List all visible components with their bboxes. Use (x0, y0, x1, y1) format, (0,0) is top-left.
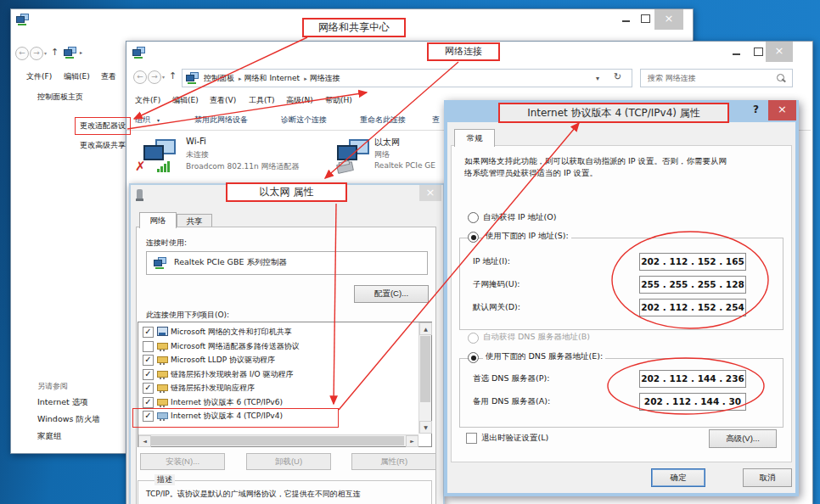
wifi-connection-tile[interactable]: ✗ Wi-Fi 未连接 Broadcom 802.11n 网络适配器 (135, 135, 330, 177)
scroll-right-icon[interactable]: ► (406, 435, 418, 447)
forward-button[interactable]: → (30, 47, 43, 60)
install-button[interactable]: 安装(N)... (140, 453, 225, 470)
minimize-button[interactable] (731, 46, 743, 58)
checkbox[interactable] (143, 341, 154, 352)
back-button[interactable]: ← (133, 70, 147, 84)
forward-button[interactable]: → (148, 70, 161, 84)
configure-button[interactable]: 配置(C)... (354, 285, 429, 303)
scroll-up-icon[interactable]: ▲ (419, 322, 432, 335)
up-button[interactable]: ↑ (51, 47, 59, 59)
menu-advanced[interactable]: 高级(N) (286, 95, 313, 106)
breadcrumb-network-internet[interactable]: 网络和 Internet (244, 74, 307, 82)
toolbar-rename[interactable]: 重命名此连接 (360, 115, 406, 126)
close-button[interactable]: × (766, 42, 793, 62)
sidebar-item-homegroup[interactable]: 家庭组 (37, 431, 62, 442)
menu-edit[interactable]: 编辑(E) (64, 71, 90, 82)
checkbox[interactable]: ✓ (143, 369, 154, 380)
breadcrumb-chevron-icon: ▸ (80, 49, 82, 55)
back-button[interactable]: ← (15, 47, 29, 60)
ok-button[interactable]: 确定 (651, 468, 705, 487)
search-input[interactable]: 搜索 网络连接 (648, 73, 696, 84)
radio-auto-dns[interactable] (468, 333, 479, 344)
default-gateway-field[interactable]: 202 . 112 . 152 . 254 (639, 299, 746, 316)
sidebar-item-home[interactable]: 控制面板主页 (37, 92, 83, 103)
horizontal-scrollbar[interactable]: ◄ ► (138, 434, 418, 446)
refresh-icon[interactable]: ↻ (614, 71, 621, 82)
menu-file[interactable]: 文件(F) (26, 71, 52, 82)
radio-manual-ip[interactable] (468, 232, 479, 243)
tab-network[interactable]: 网络 (139, 212, 177, 228)
list-item[interactable]: Microsoft 网络适配器多路传送器协议 (141, 339, 406, 354)
scrollbar-thumb[interactable] (151, 436, 404, 445)
radio-manual-dns[interactable] (468, 352, 479, 363)
checkbox[interactable]: ✓ (143, 355, 154, 366)
list-item[interactable]: ✓ Internet 协议版本 6 (TCP/IPv6) (141, 395, 406, 410)
toolbar-more[interactable]: 查 (432, 115, 440, 126)
list-item[interactable]: ✓ Microsoft 网络的文件和打印机共享 (141, 325, 406, 339)
adapter-box: Realtek PCIe GBE 系列控制器 (146, 251, 428, 275)
nav-history-chevron-icon[interactable]: ▾ (162, 74, 165, 80)
ethernet-name: 以太网 (374, 137, 400, 148)
alternate-dns-field[interactable]: 202 . 112 . 144 . 30 (639, 393, 746, 411)
validate-settings-checkbox[interactable] (466, 433, 477, 444)
connect-using-label: 连接时使用: (146, 238, 187, 249)
minimize-button[interactable] (621, 13, 632, 25)
list-item[interactable]: ✓ 链路层拓扑发现响应程序 (141, 381, 406, 395)
scrollbar-thumb[interactable] (420, 336, 430, 402)
nav-history-chevron-icon[interactable]: ▾ (44, 50, 47, 56)
cancel-button[interactable]: 取消 (743, 468, 792, 487)
sidebar-item-windows-firewall[interactable]: Windows 防火墙 (37, 414, 100, 425)
close-button[interactable]: × (768, 100, 796, 120)
breadcrumb-network-connections[interactable]: 网络连接 (310, 74, 345, 82)
vertical-scrollbar[interactable]: ▲ ▼ (418, 322, 431, 434)
tab-general[interactable]: 常规 (454, 129, 495, 147)
properties-button[interactable]: 属性(R) (351, 453, 436, 470)
maximize-button[interactable] (639, 13, 651, 25)
sidebar-item-internet-options[interactable]: Internet 选项 (37, 397, 88, 408)
address-bar[interactable]: 控制面板网络和 Internet网络连接 ▾ ↻ (182, 69, 632, 87)
close-button[interactable]: × (419, 185, 441, 201)
toolbar-diagnose[interactable]: 诊断这个连接 (281, 115, 327, 126)
annotation-label-network-center: 网络和共享中心 (302, 18, 406, 37)
list-item[interactable]: ✓ 链路层拓扑发现映射器 I/O 驱动程序 (141, 367, 406, 382)
protocol-listbox[interactable]: ✓ Microsoft 网络的文件和打印机共享 Microsoft 网络适配器多… (138, 322, 432, 447)
menu-view[interactable]: 查看 (101, 71, 116, 82)
maximize-button[interactable] (752, 46, 764, 58)
list-item-label: Microsoft 网络适配器多路传送器协议 (171, 341, 300, 352)
menu-view[interactable]: 查看(V) (210, 95, 236, 106)
breadcrumb-control-panel[interactable]: 控制面板 (204, 74, 242, 82)
checkbox[interactable]: ✓ (143, 327, 154, 338)
checkbox[interactable]: ✓ (143, 383, 154, 394)
radio-auto-ip[interactable] (468, 212, 479, 223)
scroll-left-icon[interactable]: ◄ (138, 435, 151, 447)
list-item[interactable]: ✓ Microsoft LLDP 协议驱动程序 (141, 353, 406, 367)
list-item-label: Microsoft 网络的文件和打印机共享 (171, 327, 292, 338)
dialog-ipv4-properties: ? × 常规 如果网络支持此功能，则可以获取自动指派的 IP 设置。否则，你需要… (444, 100, 799, 496)
organize-dropdown-icon[interactable]: ▾ (157, 117, 160, 123)
advanced-button[interactable]: 高级(V)... (709, 429, 777, 448)
menu-edit[interactable]: 编辑(E) (172, 95, 199, 106)
checkbox[interactable]: ✓ (143, 397, 154, 408)
toolbar-disable-device[interactable]: 禁用此网络设备 (194, 115, 248, 126)
annotation-label-ipv4-properties: Internet 协议版本 4 (TCP/IPv4) 属性 (498, 103, 729, 123)
close-button[interactable]: × (654, 9, 683, 30)
address-dropdown-icon[interactable]: ▾ (596, 75, 599, 82)
toolbar-organize[interactable]: 组织 (135, 115, 150, 126)
radio-auto-dns-label: 自动获得 DNS 服务器地址(B) (483, 332, 590, 343)
uninstall-button[interactable]: 卸载(U) (246, 453, 331, 470)
help-button[interactable]: ? (753, 104, 759, 115)
ethernet-status: 网络 (374, 149, 390, 160)
preferred-dns-field[interactable]: 202 . 112 . 144 . 236 (639, 370, 746, 388)
search-icon[interactable] (777, 74, 784, 81)
menu-help[interactable]: 帮助(H) (325, 95, 352, 106)
scroll-down-icon[interactable]: ▼ (419, 421, 432, 434)
menu-file[interactable]: 文件(F) (135, 95, 160, 106)
menu-tools[interactable]: 工具(T) (249, 95, 275, 106)
ethernet-connection-tile[interactable]: 以太网 网络 Realtek PCIe GE (334, 135, 452, 177)
subnet-mask-field[interactable]: 255 . 255 . 255 . 128 (639, 276, 746, 294)
list-item-label: 链路层拓扑发现映射器 I/O 驱动程序 (171, 369, 294, 380)
ethernet-properties-dialog-icon (137, 189, 143, 199)
up-button[interactable]: ↑ (169, 70, 177, 82)
search-box[interactable]: 搜索 网络连接 (640, 69, 793, 87)
ip-address-field[interactable]: 202 . 112 . 152 . 165 (639, 253, 746, 271)
